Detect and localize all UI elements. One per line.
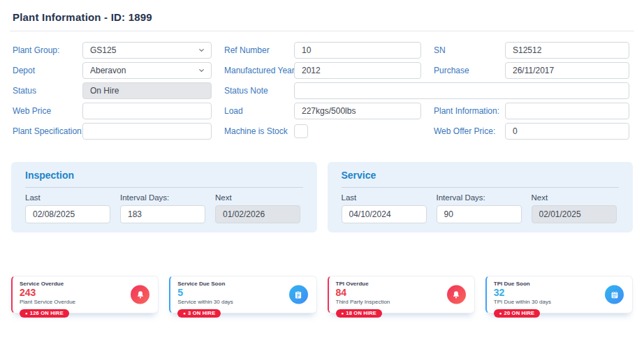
clipboard-icon — [289, 285, 308, 304]
manufactured-year-label: Manufactured Year — [212, 66, 294, 75]
plant-group-value: GS125 — [90, 45, 116, 55]
panel-divider — [25, 187, 303, 188]
card-subtitle: Plant Service Overdue — [20, 299, 151, 305]
inspection-last-input[interactable] — [25, 205, 110, 223]
status-note-label: Status Note — [212, 86, 294, 96]
web-price-label: Web Price — [13, 106, 82, 116]
web-price-input[interactable] — [82, 103, 212, 119]
service-panel: Service Last Interval Days: Next — [328, 162, 634, 232]
on-hire-badge: 20 ON HIRE — [494, 309, 541, 318]
service-panel-title: Service — [342, 170, 620, 181]
on-hire-badge: 18 ON HIRE — [336, 309, 383, 318]
load-input[interactable] — [294, 103, 421, 119]
card-title: Service Overdue — [20, 281, 151, 288]
service-overdue-card[interactable]: Service Overdue 243 Plant Service Overdu… — [11, 276, 159, 313]
panel-divider — [342, 187, 620, 188]
card-title: TPI Overdue — [336, 281, 467, 288]
ref-number-input[interactable] — [294, 42, 421, 59]
status-label: Status — [13, 86, 82, 96]
inspection-next-label: Next — [215, 193, 300, 202]
plant-information-label: Plant Information: — [421, 106, 505, 116]
inspection-last-label: Last — [25, 193, 110, 202]
calendar-icon — [605, 285, 624, 304]
tpi-due-soon-card[interactable]: TPI Due Soon 32 TPI Due within 30 days 2… — [485, 276, 633, 313]
service-last-input[interactable] — [342, 205, 427, 223]
machine-is-stock-label: Machine is Stock — [212, 126, 294, 136]
bell-icon — [447, 285, 466, 304]
depot-label: Depot — [13, 66, 82, 75]
ref-number-label: Ref Number — [212, 45, 294, 55]
plant-form: Plant Group: GS125 Ref Number SN Depot A… — [11, 42, 633, 140]
inspection-next-input — [215, 205, 300, 223]
depot-select[interactable]: Aberavon — [82, 62, 212, 79]
service-interval-label: Interval Days: — [437, 193, 522, 202]
page-title: Plant Information - ID: 1899 — [11, 11, 633, 23]
chevron-down-icon — [198, 47, 205, 54]
service-due-soon-card[interactable]: Service Due Soon 5 Service within 30 day… — [169, 276, 316, 313]
manufactured-year-input[interactable] — [294, 62, 421, 79]
on-hire-badge: 126 ON HIRE — [20, 309, 69, 318]
plant-specification-label: Plant Specification: — [13, 126, 82, 136]
card-title: TPI Due Soon — [494, 281, 625, 288]
web-offer-price-label: Web Offer Price: — [421, 126, 505, 136]
inspection-interval-input[interactable] — [120, 205, 205, 223]
depot-value: Aberavon — [90, 66, 126, 75]
status-note-input[interactable] — [294, 82, 629, 99]
inspection-panel-title: Inspection — [25, 170, 303, 181]
inspection-interval-label: Interval Days: — [120, 193, 205, 202]
load-label: Load — [212, 106, 294, 116]
card-subtitle: Third Party Inspection — [336, 299, 467, 305]
sn-label: SN — [421, 45, 505, 55]
sn-input[interactable] — [505, 42, 629, 59]
plant-group-select[interactable]: GS125 — [82, 42, 212, 59]
tpi-overdue-card[interactable]: TPI Overdue 84 Third Party Inspection 18… — [328, 276, 475, 313]
bell-icon — [131, 285, 149, 304]
card-title: Service Due Soon — [177, 281, 309, 288]
status-input — [82, 82, 212, 99]
panels-row: Inspection Last Interval Days: Next Serv… — [11, 162, 633, 232]
plant-information-page: Plant Information - ID: 1899 Plant Group… — [0, 0, 644, 313]
web-offer-price-input[interactable] — [505, 123, 629, 140]
inspection-panel: Inspection Last Interval Days: Next — [11, 162, 317, 232]
service-interval-input[interactable] — [437, 205, 522, 223]
plant-information-input[interactable] — [505, 103, 629, 119]
service-next-input — [532, 205, 617, 223]
header-divider — [10, 31, 634, 31]
plant-specification-input[interactable] — [82, 123, 212, 140]
service-last-label: Last — [342, 193, 427, 202]
on-hire-badge: 3 ON HIRE — [177, 309, 221, 318]
service-next-label: Next — [532, 193, 617, 202]
plant-group-label: Plant Group: — [13, 45, 82, 55]
card-subtitle: Service within 30 days — [177, 299, 309, 305]
purchase-input[interactable] — [505, 62, 629, 79]
chevron-down-icon — [198, 67, 205, 75]
card-subtitle: TPI Due within 30 days — [494, 299, 625, 305]
machine-is-stock-checkbox[interactable] — [294, 124, 308, 138]
purchase-label: Purchase — [421, 66, 505, 75]
stat-cards-row: Service Overdue 243 Plant Service Overdu… — [11, 276, 633, 313]
